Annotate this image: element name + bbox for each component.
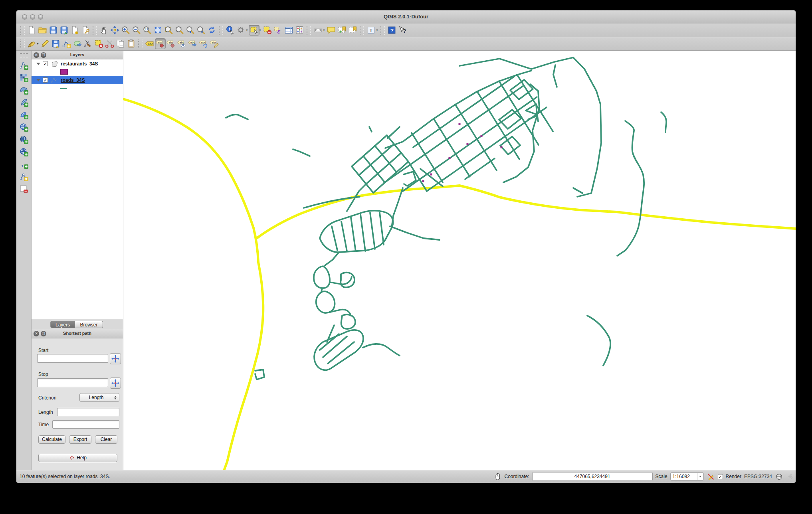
add-mssql-layer-button[interactable] xyxy=(18,109,29,120)
select-rectangle-button[interactable] xyxy=(249,25,259,36)
whats-this-button[interactable]: ? xyxy=(397,25,408,36)
refresh-button[interactable] xyxy=(206,25,217,36)
map-tips-button[interactable] xyxy=(326,25,337,36)
layer-visibility-checkbox[interactable]: ✓ xyxy=(43,61,48,66)
toolbar-grip[interactable] xyxy=(93,26,97,35)
cut-features-button[interactable] xyxy=(104,38,115,49)
expander-icon[interactable] xyxy=(36,79,40,81)
open-attribute-table-button[interactable] xyxy=(283,25,294,36)
save-project-button[interactable] xyxy=(48,25,59,36)
zoom-full-button[interactable] xyxy=(152,25,163,36)
zoom-to-selection-button[interactable] xyxy=(163,25,174,36)
clear-button[interactable]: Clear xyxy=(95,435,117,444)
zoom-to-layer-button[interactable] xyxy=(174,25,185,36)
toolbar-grip[interactable] xyxy=(20,40,25,48)
new-print-composer-button[interactable] xyxy=(69,25,80,36)
time-input[interactable] xyxy=(52,420,119,429)
scale-select[interactable]: 1:16082 xyxy=(670,472,704,480)
save-layer-edits-button[interactable] xyxy=(50,38,61,49)
add-vector-layer-button[interactable] xyxy=(18,60,29,71)
pan-to-selection-button[interactable] xyxy=(109,25,120,36)
tab-browser[interactable]: Browser xyxy=(75,321,103,328)
coordinate-input[interactable]: 447065,6234491 xyxy=(532,472,653,481)
show-hide-labels-button[interactable]: abc xyxy=(176,38,187,49)
text-annotation-button[interactable]: T xyxy=(366,25,376,36)
resize-grip[interactable] xyxy=(788,475,792,478)
toolbar-grip[interactable] xyxy=(138,40,143,48)
move-label-button[interactable]: abc xyxy=(187,38,198,49)
pin-labels-button[interactable]: ab xyxy=(155,38,166,49)
stop-render-icon[interactable] xyxy=(707,472,715,481)
labeling-options-button[interactable]: abc xyxy=(144,38,155,49)
add-wms-layer-button[interactable] xyxy=(18,122,29,132)
zoom-in-button[interactable] xyxy=(120,25,131,36)
layer-row-restaurants_34S[interactable]: ✓restaurants_34S xyxy=(32,59,123,68)
deselect-all-button[interactable] xyxy=(262,25,273,36)
new-bookmark-button[interactable] xyxy=(337,25,347,36)
measure-button[interactable] xyxy=(313,25,323,36)
layer-row-roads_34S[interactable]: ✓roads_34S xyxy=(32,76,123,84)
select-by-expression-icon: ε xyxy=(273,26,283,35)
coordinate-toggle-icon[interactable] xyxy=(493,472,502,481)
rotate-label-button[interactable]: abc xyxy=(198,38,209,49)
start-capture-point-button[interactable] xyxy=(110,353,121,364)
add-postgis-layer-button[interactable] xyxy=(18,85,29,95)
render-checkbox[interactable]: ✓ xyxy=(718,474,723,479)
highlight-pinned-labels-button[interactable]: ab xyxy=(166,38,176,49)
criterion-select[interactable]: Length xyxy=(79,393,119,402)
run-feature-action-button[interactable] xyxy=(236,25,246,36)
composer-manager-button[interactable] xyxy=(80,25,91,36)
stop-capture-point-button[interactable] xyxy=(110,378,121,389)
layer-name: restaurants_34S xyxy=(61,61,98,67)
length-input[interactable] xyxy=(57,408,119,416)
current-edits-button[interactable] xyxy=(26,38,37,49)
select-by-expression-button[interactable]: ε xyxy=(273,25,283,36)
show-bookmarks-button[interactable] xyxy=(347,25,358,36)
add-wcs-layer-button[interactable] xyxy=(18,134,29,145)
toolbar-grip[interactable] xyxy=(20,26,25,35)
new-shapefile-layer-button[interactable] xyxy=(18,171,29,182)
tab-layers[interactable]: Layers xyxy=(50,321,75,328)
zoom-last-button[interactable] xyxy=(185,25,196,36)
change-label-properties-button[interactable]: abc xyxy=(209,38,220,49)
field-calculator-button[interactable] xyxy=(294,25,305,36)
expander-icon[interactable] xyxy=(36,63,40,65)
help-button[interactable]: Help xyxy=(38,454,117,462)
layer-visibility-checkbox[interactable]: ✓ xyxy=(43,77,48,83)
toolbar-grip[interactable] xyxy=(380,26,385,35)
node-tool-button[interactable] xyxy=(83,38,93,49)
title-bar[interactable]: QGIS 2.0.1-Dufour xyxy=(16,10,796,24)
zoom-out-button[interactable] xyxy=(131,25,142,36)
save-project-as-button[interactable] xyxy=(59,25,69,36)
pan-map-button[interactable] xyxy=(99,25,109,36)
crs-globe-icon[interactable] xyxy=(775,472,783,481)
add-spatialite-layer-button[interactable] xyxy=(18,97,29,108)
add-delimited-text-layer-button[interactable]: , xyxy=(18,159,29,170)
help-contents-button[interactable]: ? xyxy=(386,25,397,36)
map-canvas[interactable] xyxy=(123,51,796,470)
add-raster-layer-button[interactable] xyxy=(18,72,29,83)
toolbar-grip[interactable] xyxy=(20,53,28,57)
svg-text:abc: abc xyxy=(212,41,217,44)
open-project-button[interactable] xyxy=(37,25,48,36)
paste-features-button[interactable] xyxy=(126,38,137,49)
toggle-editing-button[interactable] xyxy=(40,38,50,49)
toolbar-grip[interactable] xyxy=(219,26,223,35)
refresh-icon xyxy=(207,26,216,35)
export-button[interactable]: Export xyxy=(69,435,91,444)
identify-features-button[interactable]: i xyxy=(225,25,236,36)
delete-selected-button[interactable] xyxy=(93,38,104,49)
remove-layer-button[interactable] xyxy=(18,184,29,194)
zoom-native-button[interactable]: 1:1 xyxy=(142,25,152,36)
copy-features-button[interactable] xyxy=(115,38,126,49)
add-feature-button[interactable] xyxy=(61,38,72,49)
calculate-button[interactable]: Calculate xyxy=(38,435,65,444)
toolbar-grip[interactable] xyxy=(360,26,364,35)
stop-input[interactable] xyxy=(37,378,108,387)
toolbar-grip[interactable] xyxy=(307,26,311,35)
start-input[interactable] xyxy=(37,354,108,363)
move-feature-button[interactable] xyxy=(72,38,83,49)
zoom-next-button[interactable] xyxy=(196,25,206,36)
new-project-button[interactable] xyxy=(26,25,37,36)
add-wfs-layer-button[interactable] xyxy=(18,146,29,157)
